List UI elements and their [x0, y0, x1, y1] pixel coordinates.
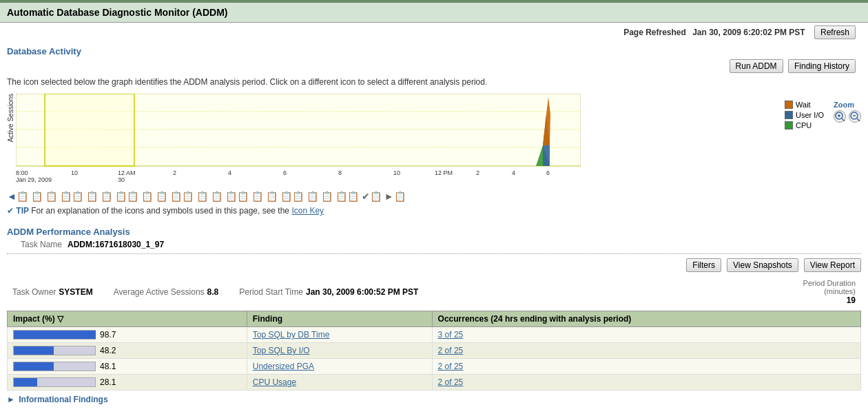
table-row: 48.2 Top SQL By I/O 2 of 25 — [8, 343, 861, 359]
finding-link[interactable]: Undersized PGA — [253, 362, 314, 371]
snapshot-icon-9[interactable]: 📋📋 — [170, 191, 194, 202]
table-row: 98.7 Top SQL by DB Time 3 of 25 — [8, 327, 861, 343]
svg-text:10: 10 — [71, 169, 78, 176]
legend-wait-label: Wait — [796, 101, 811, 109]
finding-cell: Top SQL By I/O — [247, 343, 432, 359]
snapshot-icon-13[interactable]: 📋 — [251, 191, 263, 202]
svg-text:30: 30 — [118, 176, 125, 183]
occurrence-cell: 3 of 25 — [432, 327, 860, 343]
view-snapshots-button[interactable]: View Snapshots — [727, 258, 798, 272]
snapshot-icon-14[interactable]: 📋 — [266, 191, 278, 202]
chart-container: Active Sessions 9.9 7.4 5 2.5 — [7, 94, 861, 185]
finding-cell: CPU Usage — [247, 375, 432, 391]
snapshot-icon-row: ◄📋 📋 📋 📋📋 📋 📋 📋📋 📋 📋 📋📋 📋 📋 📋📋 📋 📋 📋📋 📋 … — [7, 188, 861, 205]
snapshot-icon-2[interactable]: 📋 — [45, 191, 57, 202]
avg-active-value: 8.8 — [207, 287, 219, 297]
task-owner-label: Task Owner — [12, 287, 56, 297]
addm-section: ADDM Performance Analysis Task Name ADDM… — [7, 222, 861, 408]
bar-cell: 98.7 — [13, 330, 241, 340]
snapshot-icon-17[interactable]: 📋 — [321, 191, 333, 202]
snapshot-icon-8[interactable]: 📋 — [156, 191, 167, 202]
zoom-area: Zoom — [834, 94, 861, 123]
snapshot-icon-18[interactable]: 📋📋 — [335, 191, 359, 202]
occurrence-link[interactable]: 2 of 25 — [438, 377, 464, 387]
table-row: 28.1 CPU Usage 2 of 25 — [8, 375, 861, 391]
finding-cell: Undersized PGA — [247, 359, 432, 375]
refresh-label: Page Refreshed — [623, 28, 686, 37]
period-duration-label: Period Duration(minutes) — [803, 279, 856, 295]
task-name-value: ADDM:1671618030_1_97 — [68, 240, 164, 249]
snapshot-icon-end[interactable]: ►📋 — [384, 191, 406, 202]
task-name-row: Task Name ADDM:1671618030_1_97 — [7, 238, 861, 252]
zoom-out-icon[interactable] — [849, 110, 861, 123]
informational-row: ► Informational Findings — [7, 391, 861, 408]
bar-outer — [13, 377, 96, 387]
snapshot-icon-6[interactable]: 📋📋 — [115, 191, 138, 202]
occurrence-link[interactable]: 2 of 25 — [438, 362, 464, 371]
refresh-time: Jan 30, 2009 6:20:02 PM PST — [692, 28, 805, 37]
finding-link[interactable]: CPU Usage — [253, 377, 296, 387]
page-title: Automatic Database Diagnostic Monitor (A… — [7, 7, 861, 18]
finding-history-button[interactable]: Finding History — [788, 59, 856, 73]
occurrence-link[interactable]: 3 of 25 — [438, 330, 464, 340]
legend-userio-label: User I/O — [796, 111, 824, 119]
snapshot-icon-10[interactable]: 📋 — [196, 191, 208, 202]
svg-rect-11 — [45, 94, 134, 166]
view-report-button[interactable]: View Report — [804, 258, 861, 272]
svg-text:8:00: 8:00 — [16, 169, 28, 176]
snapshot-icon-12[interactable]: 📋📋 — [225, 191, 249, 202]
task-owner-value: SYSTEM — [59, 287, 92, 297]
impact-cell: 48.1 — [8, 359, 247, 375]
snapshot-icon-15[interactable]: 📋📋 — [280, 191, 304, 202]
task-name-label: Task Name — [21, 240, 62, 249]
bar-outer — [13, 346, 96, 355]
task-owner-item: Task Owner SYSTEM — [12, 287, 93, 297]
chart-svg: 9.9 7.4 5 2.5 0 8:00 10 — [16, 94, 581, 183]
occurrence-cell: 2 of 25 — [432, 375, 860, 391]
impact-value: 28.1 — [100, 377, 116, 387]
impact-cell: 98.7 — [8, 327, 247, 343]
action-buttons-row: Run ADDM Finding History — [7, 58, 861, 74]
snapshot-icon-1[interactable]: 📋 — [31, 191, 43, 202]
snapshot-icon-4[interactable]: 📋 — [86, 191, 98, 202]
refresh-button[interactable]: Refresh — [814, 25, 856, 39]
finding-link[interactable]: Top SQL by DB Time — [253, 330, 330, 340]
snapshot-icon-16[interactable]: 📋 — [307, 191, 318, 202]
chart-legend: Wait User I/O CPU — [785, 94, 824, 132]
bar-outer — [13, 362, 96, 371]
snapshot-icon-5[interactable]: 📋 — [101, 191, 112, 202]
icon-key-link[interactable]: Icon Key — [291, 206, 324, 216]
avg-active-item: Average Active Sessions 8.8 — [114, 287, 219, 297]
addm-action-buttons: Filters View Snapshots View Report — [7, 257, 861, 273]
svg-text:Jan 29, 2009: Jan 29, 2009 — [16, 176, 52, 183]
filters-button[interactable]: Filters — [686, 258, 721, 272]
snapshot-icon-11[interactable]: 📋 — [211, 191, 223, 202]
snapshot-icon-selected[interactable]: ◄📋 — [7, 191, 28, 202]
col-finding: Finding — [247, 311, 432, 327]
period-start-label: Period Start Time — [239, 287, 303, 297]
occurrence-cell: 2 of 25 — [432, 343, 860, 359]
legend-cpu-color — [785, 121, 793, 129]
col-occurrences: Occurrences (24 hrs ending with analysis… — [432, 311, 860, 327]
run-addm-button[interactable]: Run ADDM — [730, 59, 783, 73]
period-duration-value: 19 — [803, 295, 856, 305]
legend-cpu: CPU — [785, 121, 824, 129]
snapshot-icon-3[interactable]: 📋📋 — [60, 191, 83, 202]
tip-text: For an explanation of the icons and symb… — [31, 206, 289, 216]
snapshot-icon-19[interactable]: ✔📋 — [362, 191, 382, 202]
bar-outer — [13, 330, 96, 340]
informational-findings-link[interactable]: ► Informational Findings — [7, 395, 108, 404]
legend-userio-color — [785, 111, 793, 119]
zoom-in-icon[interactable] — [834, 110, 846, 123]
svg-text:2: 2 — [173, 169, 176, 176]
tip-label: TIP — [16, 206, 31, 216]
svg-text:6: 6 — [546, 169, 550, 176]
y-axis-label: Active Sessions — [7, 94, 14, 156]
svg-text:12 PM: 12 PM — [435, 169, 453, 176]
bar-cell: 28.1 — [13, 377, 241, 387]
table-row: 48.1 Undersized PGA 2 of 25 — [8, 359, 861, 375]
snapshot-icon-7[interactable]: 📋 — [141, 191, 153, 202]
occurrence-link[interactable]: 2 of 25 — [438, 346, 464, 355]
finding-link[interactable]: Top SQL By I/O — [253, 346, 310, 355]
legend-wait: Wait — [785, 101, 824, 109]
